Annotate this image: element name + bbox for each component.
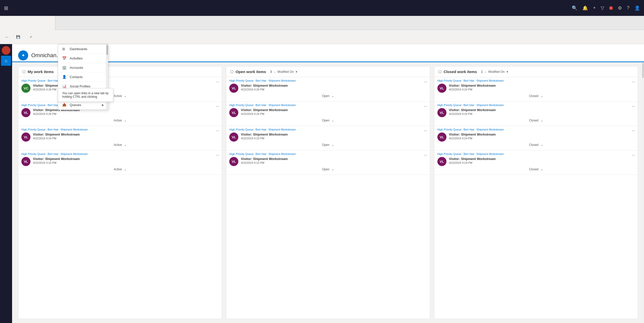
status-chevron-icon[interactable]: ⌄ bbox=[541, 119, 543, 122]
status-chevron-icon[interactable]: ⌄ bbox=[541, 94, 543, 98]
work-item-body: VL Visitor: Shipment Workstream 4/22/201… bbox=[229, 157, 427, 166]
status-chevron-icon[interactable]: ⌄ bbox=[331, 119, 334, 122]
work-item-card[interactable]: High Priority QueueBert HairShipment Wor… bbox=[434, 150, 638, 175]
tag-0[interactable]: High Priority Queue bbox=[437, 152, 462, 155]
tab-add-button[interactable] bbox=[56, 18, 66, 28]
more-options-icon[interactable]: ··· bbox=[632, 153, 635, 157]
sidebar-home-icon[interactable]: ⌂ bbox=[1, 56, 11, 66]
tag-1[interactable]: Bert Hair bbox=[255, 128, 266, 131]
tag-2[interactable]: Shipment Workstream bbox=[269, 128, 296, 131]
work-item-card[interactable]: High Priority QueueBert HairShipment Wor… bbox=[434, 102, 638, 126]
tag-2[interactable]: Shipment Workstream bbox=[476, 104, 504, 107]
more-options-icon[interactable]: ··· bbox=[632, 104, 635, 109]
status-chevron-icon[interactable]: ⌄ bbox=[124, 168, 127, 171]
column-title: Closed work items bbox=[444, 70, 477, 74]
tag-1[interactable]: Bert Hair bbox=[48, 152, 58, 155]
status-chevron-icon[interactable]: ⌄ bbox=[124, 143, 127, 147]
tag-0[interactable]: High Priority Queue bbox=[21, 79, 46, 82]
status-chevron-icon[interactable]: ⌄ bbox=[124, 94, 127, 98]
status-chevron-icon[interactable]: ⌄ bbox=[124, 119, 127, 122]
tag-1[interactable]: Bert Hair bbox=[464, 104, 474, 107]
tag-1[interactable]: Bert Hair bbox=[464, 79, 474, 82]
more-options-icon[interactable]: ··· bbox=[632, 128, 635, 133]
more-options-icon[interactable]: ··· bbox=[216, 104, 219, 109]
work-item-card[interactable]: High Priority QueueBert HairShipment Wor… bbox=[434, 126, 638, 150]
tag-0[interactable]: High Priority Queue bbox=[21, 152, 46, 155]
tag-2[interactable]: Shipment Workstream bbox=[476, 152, 504, 155]
dropdown-item-contacts[interactable]: 👤 Contacts bbox=[58, 72, 108, 82]
back-arrow[interactable]: ← bbox=[3, 33, 11, 41]
more-options-icon[interactable]: ··· bbox=[424, 153, 427, 157]
sort-chevron-icon[interactable]: ▾ bbox=[296, 70, 297, 74]
work-item-card[interactable]: High Priority QueueBert HairShipment Wor… bbox=[226, 77, 430, 102]
more-options-icon[interactable]: ··· bbox=[216, 128, 219, 133]
sidebar-avatar[interactable] bbox=[2, 46, 10, 55]
work-item-card[interactable]: High Priority QueueBert HairShipment Wor… bbox=[18, 126, 222, 150]
tag-0[interactable]: High Priority Queue bbox=[229, 104, 253, 107]
tag-1[interactable]: Bert Hair bbox=[464, 152, 474, 155]
work-item-card[interactable]: High Priority QueueBert HairShipment Wor… bbox=[434, 77, 638, 102]
sort-icon[interactable]: ↓ bbox=[485, 70, 486, 74]
work-item-card[interactable]: High Priority QueueBert HairShipment Wor… bbox=[18, 77, 222, 102]
work-item-card[interactable]: High Priority QueueBert HairShipment Wor… bbox=[18, 102, 222, 126]
tag-0[interactable]: High Priority Queue bbox=[229, 79, 253, 82]
tag-2[interactable]: Shipment Workstream bbox=[269, 79, 296, 82]
work-item-card[interactable]: High Priority QueueBert HairShipment Wor… bbox=[226, 102, 430, 126]
tag-2[interactable]: Shipment Workstream bbox=[476, 128, 504, 131]
tag-1[interactable]: Bert Hair bbox=[48, 128, 58, 131]
more-options-icon[interactable]: ··· bbox=[632, 80, 635, 84]
tag-2[interactable]: Shipment Workstream bbox=[60, 128, 88, 131]
work-item-name: Visitor: Shipment Workstream bbox=[241, 108, 427, 112]
more-options-icon[interactable]: ··· bbox=[216, 153, 219, 157]
tag-0[interactable]: High Priority Queue bbox=[21, 104, 46, 107]
set-as-default-button[interactable]: ✓ bbox=[27, 34, 37, 40]
tag-0[interactable]: High Priority Queue bbox=[437, 79, 462, 82]
tag-1[interactable]: Bert Hair bbox=[48, 79, 58, 82]
status-chevron-icon[interactable]: ⌄ bbox=[331, 94, 334, 98]
status-chevron-icon[interactable]: ⌄ bbox=[331, 143, 334, 147]
sort-chevron-icon[interactable]: ▾ bbox=[507, 70, 508, 74]
status-chevron-icon[interactable]: ⌄ bbox=[541, 168, 543, 171]
settings-icon[interactable]: ⚙ bbox=[618, 5, 622, 11]
tag-0[interactable]: High Priority Queue bbox=[437, 128, 462, 131]
tag-1[interactable]: Bert Hair bbox=[255, 104, 266, 107]
tag-2[interactable]: Shipment Workstream bbox=[476, 79, 504, 82]
tag-1[interactable]: Bert Hair bbox=[48, 104, 58, 107]
more-options-icon[interactable]: ··· bbox=[216, 80, 219, 84]
tag-0[interactable]: High Priority Queue bbox=[229, 128, 253, 131]
tab-omnichannel[interactable] bbox=[0, 16, 55, 30]
notification-icon[interactable]: 🔔 bbox=[582, 5, 588, 11]
dropdown-item-dashboards[interactable]: ⊞ Dashboards bbox=[58, 44, 108, 54]
more-options-icon[interactable]: ··· bbox=[424, 80, 427, 84]
work-item-card[interactable]: High Priority QueueBert HairShipment Wor… bbox=[226, 150, 430, 175]
search-icon[interactable]: 🔍 bbox=[572, 5, 577, 11]
tag-1[interactable]: Bert Hair bbox=[464, 128, 474, 131]
tag-2[interactable]: Shipment Workstream bbox=[60, 152, 88, 155]
filter-icon[interactable]: ▽ bbox=[601, 5, 604, 11]
grid-icon[interactable]: ⊞ bbox=[4, 5, 8, 11]
tag-2[interactable]: Shipment Workstream bbox=[269, 152, 296, 155]
tooltip-box: You can open links in a new tab by holdi… bbox=[58, 88, 113, 102]
work-item-name: Visitor: Shipment Workstream bbox=[449, 157, 635, 161]
help-icon[interactable]: ? bbox=[627, 5, 629, 11]
sort-icon[interactable]: ↓ bbox=[274, 70, 275, 74]
user-icon[interactable]: 👤 bbox=[634, 5, 640, 11]
tag-2[interactable]: Shipment Workstream bbox=[269, 104, 296, 107]
status-chevron-icon[interactable]: ⌄ bbox=[541, 143, 543, 147]
tag-1[interactable]: Bert Hair bbox=[255, 79, 266, 82]
dropdown-item-activities[interactable]: 📅 Activities bbox=[58, 54, 108, 63]
add-icon[interactable]: + bbox=[593, 5, 596, 11]
tag-0[interactable]: High Priority Queue bbox=[229, 152, 253, 155]
tag-1[interactable]: Bert Hair bbox=[255, 152, 266, 155]
tag-0[interactable]: High Priority Queue bbox=[21, 128, 46, 131]
more-options-icon[interactable]: ··· bbox=[424, 128, 427, 133]
work-item-card[interactable]: High Priority QueueBert HairShipment Wor… bbox=[18, 150, 222, 175]
status-chevron-icon[interactable]: ⌄ bbox=[331, 168, 334, 171]
work-item-body: VL Visitor: Shipment Workstream 4/22/201… bbox=[21, 157, 219, 166]
right-scrollbar[interactable] bbox=[642, 62, 644, 323]
more-options-icon[interactable]: ··· bbox=[424, 104, 427, 109]
save-as-button[interactable]: 💾 bbox=[13, 34, 25, 40]
dropdown-item-accounts[interactable]: 🏢 Accounts bbox=[58, 63, 108, 72]
tag-0[interactable]: High Priority Queue bbox=[437, 104, 462, 107]
work-item-card[interactable]: High Priority QueueBert HairShipment Wor… bbox=[226, 126, 430, 150]
